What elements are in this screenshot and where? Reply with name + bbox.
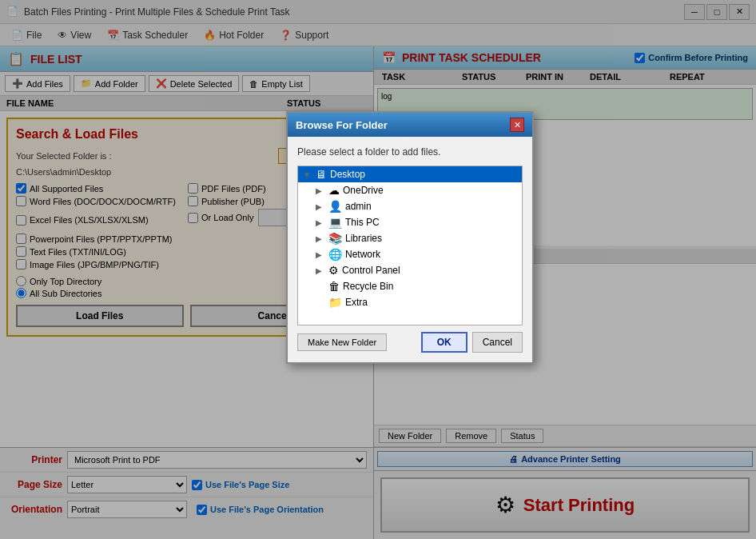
tree-item[interactable]: ▶📚Libraries — [298, 230, 522, 246]
tree-item[interactable]: 🗑Recycle Bin — [298, 278, 522, 294]
tree-item[interactable]: ▼🖥Desktop — [298, 166, 522, 182]
folder-tree: ▼🖥Desktop▶☁OneDrive▶👤admin▶💻This PC▶📚Lib… — [297, 166, 523, 325]
tree-label: Libraries — [345, 233, 517, 244]
tree-item[interactable]: ▶☁OneDrive — [298, 182, 522, 198]
folder-icon: 📚 — [328, 232, 342, 245]
tree-label: This PC — [345, 217, 517, 228]
tree-arrow-icon: ▶ — [316, 202, 325, 211]
tree-arrow-icon: ▶ — [316, 266, 325, 275]
tree-arrow-icon: ▶ — [316, 250, 325, 259]
modal-title-bar: Browse For Folder ✕ — [288, 113, 532, 137]
folder-icon: 📁 — [328, 296, 342, 309]
modal-ok-button[interactable]: OK — [421, 332, 468, 353]
modal-body: Please select a folder to add files. ▼🖥D… — [288, 137, 532, 362]
ok-cancel-buttons: OK Cancel — [421, 332, 523, 353]
tree-label: Control Panel — [342, 265, 517, 276]
modal-overlay: Browse For Folder ✕ Please select a fold… — [0, 0, 756, 539]
browse-folder-modal: Browse For Folder ✕ Please select a fold… — [286, 111, 534, 364]
tree-label: Desktop — [330, 169, 517, 180]
modal-subtitle: Please select a folder to add files. — [297, 146, 523, 158]
folder-icon: ☁ — [328, 184, 340, 197]
tree-item[interactable]: ▶🌐Network — [298, 246, 522, 262]
tree-label: Extra — [345, 297, 517, 308]
modal-cancel-button[interactable]: Cancel — [472, 332, 523, 353]
make-new-folder-button[interactable]: Make New Folder — [297, 333, 387, 351]
tree-item[interactable]: ▶👤admin — [298, 198, 522, 214]
tree-label: admin — [345, 201, 517, 212]
folder-icon: 🌐 — [328, 248, 342, 261]
tree-item[interactable]: 📁Extra — [298, 294, 522, 310]
tree-arrow-icon: ▶ — [316, 186, 325, 195]
tree-arrow-icon: ▶ — [316, 234, 325, 243]
tree-item[interactable]: ▶⚙Control Panel — [298, 262, 522, 278]
modal-title-text: Browse For Folder — [296, 119, 388, 131]
folder-icon: 🖥 — [316, 168, 327, 181]
folder-icon: 👤 — [328, 200, 342, 213]
folder-icon: 💻 — [328, 216, 342, 229]
modal-buttons: Make New Folder OK Cancel — [297, 325, 523, 353]
tree-arrow-icon: ▼ — [303, 170, 312, 179]
tree-label: Network — [345, 249, 517, 260]
modal-close-button[interactable]: ✕ — [510, 118, 524, 132]
tree-label: OneDrive — [343, 185, 517, 196]
folder-icon: 🗑 — [328, 280, 340, 293]
tree-item[interactable]: ▶💻This PC — [298, 214, 522, 230]
tree-arrow-icon: ▶ — [316, 218, 325, 227]
folder-icon: ⚙ — [328, 264, 339, 277]
tree-label: Recycle Bin — [343, 281, 517, 292]
